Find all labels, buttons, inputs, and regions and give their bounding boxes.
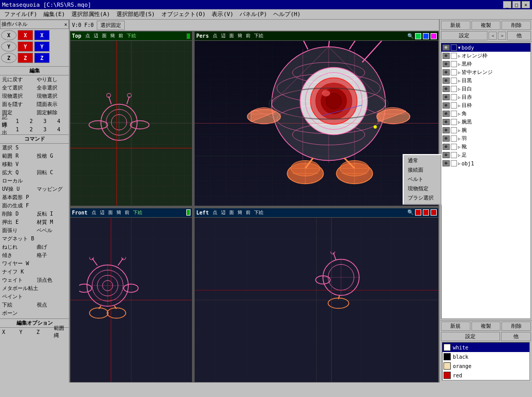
obj-item-leg[interactable]: 👁 ▷ 足 [441,151,530,159]
mat-settings-button[interactable]: 設定 [441,332,500,341]
vp-left-face[interactable]: 面 [228,209,235,216]
vp-left-color2[interactable] [423,209,429,216]
vp-left-color1[interactable] [415,209,421,216]
select-fixed-button[interactable]: 選択固定 [97,21,125,30]
duplicate-material-button[interactable]: 複製 [471,322,501,331]
vp-front-color[interactable] [186,209,190,216]
menu-select-attr[interactable]: 選択部属性(A) [68,9,113,19]
vp-top-front[interactable]: 前 [117,33,124,39]
duplicate-object-button[interactable]: 複製 [471,21,501,30]
recall-1[interactable]: 1 [14,125,28,133]
delete-object-button[interactable]: 削除 [501,21,531,30]
obj-check-orange-frame[interactable] [451,53,457,59]
obj-eye-eye-red[interactable]: 👁 [442,94,450,100]
obj-eye-mid-orange[interactable]: 👁 [442,69,450,75]
menu-object[interactable]: オブジェクト(O) [158,9,209,19]
viewport-left[interactable]: Left 点 辺 面 簡 前 下絵 🔍 [194,208,439,383]
obj-item-horn[interactable]: 👁 ▷ 角 [441,110,530,118]
obj-check-leg[interactable] [451,152,457,158]
new-material-button[interactable]: 新規 [441,322,470,331]
obj-item-eye-white[interactable]: 👁 ▷ 目白 [441,85,530,93]
obj-eye-black-frame[interactable]: 👁 [442,61,450,67]
vp-front-edge[interactable]: 辺 [99,209,106,216]
select-current2-button[interactable]: 現物選択 [35,92,69,100]
obj-item-shoe[interactable]: 👁 ▷ 靴 [441,143,530,151]
memory-1[interactable]: 1 [14,117,28,125]
vp-left-bg[interactable]: 下絵 [253,209,264,216]
z-axis-red-button[interactable]: Z [18,53,33,63]
ctx-belt[interactable]: ベルト [405,175,439,184]
y-axis-blue-button[interactable]: Y [34,41,50,52]
viewport-front-canvas[interactable] [70,218,192,383]
viewport-pers-canvas[interactable] [195,41,438,206]
vp-front-simple[interactable]: 簡 [115,209,122,216]
cmd-prim[interactable]: 基本図形 P [0,193,69,202]
obj-item-arm-black[interactable]: 👁 ▷ 腕黒 [441,118,530,126]
obj-item-eye-red[interactable]: 👁 ▷ 目赤 [441,93,530,101]
cmd-view[interactable]: 視点 [35,301,69,309]
obj-check-body[interactable] [451,44,457,51]
obj-eye-obj1[interactable]: 👁 [442,160,450,166]
deselect-all-button[interactable]: 全非選択 [35,84,69,92]
ctx-brush-select[interactable]: ブラシ選択 [405,193,439,203]
viewport-top-canvas[interactable] [70,41,192,206]
x-axis-blue-button[interactable]: X [34,30,50,40]
cmd-wire[interactable]: ワイヤー W [0,259,69,268]
cmd-grid[interactable]: 格子 [35,251,69,259]
cmd-knife[interactable]: ナイフ K [0,268,69,276]
viewport-front[interactable]: Front 点 辺 面 簡 前 下絵 [70,208,193,383]
menu-select-proc[interactable]: 選択部処理(S) [113,9,158,19]
cmd-face-gen[interactable]: 面の生成 F [0,202,69,210]
vp-pers-color3[interactable] [431,33,437,39]
cmd-move[interactable]: 移動 V [0,160,69,169]
cmd-bone[interactable]: ボーン [0,309,69,317]
x-axis-red-button[interactable]: X [18,30,33,40]
obj-item-eye-frame[interactable]: 👁 ▷ 目枠 [441,101,530,110]
cmd-delete[interactable]: 削除 D [0,210,35,218]
obj-check-eye-red[interactable] [451,94,457,100]
obj-item-arm[interactable]: 👁 ▷ 腕 [441,126,530,134]
cmd-vertcolor[interactable]: 頂点色 [35,276,69,284]
obj-eye-arm[interactable]: 👁 [442,127,450,133]
ctx-current-obj[interactable]: 現物指定 [405,184,439,193]
show-hidden-button[interactable]: 隠面表示 [35,100,69,109]
cmd-flip[interactable]: 反転 I [35,210,69,218]
cmd-paint[interactable]: ペイント [0,293,69,301]
z-opt-button[interactable]: Z [35,328,52,336]
close-button[interactable]: × [522,1,530,8]
menu-view[interactable]: 表示(V) [209,9,237,19]
menu-edit[interactable]: 編集(E) [40,9,68,19]
y-opt-button[interactable]: Y [17,328,34,336]
range-lasso-button[interactable]: 範囲縄 [52,328,69,336]
obj-check-horn[interactable] [451,111,457,117]
obj-check-shoe[interactable] [451,144,457,150]
vp-pers-point[interactable]: 点 [212,33,218,39]
y-axis-local-button[interactable]: Y [1,41,17,52]
viewport-left-canvas[interactable] [195,218,438,383]
obj-eye-arm-black[interactable]: 👁 [442,119,450,125]
obj-item-black-frame[interactable]: 👁 ▷ 黒枠 [441,60,530,68]
vp-left-edge[interactable]: 辺 [220,209,227,216]
obj-eye-horn[interactable]: 👁 [442,111,450,117]
vp-front-face[interactable]: 面 [107,209,114,216]
mat-item-red[interactable]: red [442,371,529,380]
obj-next-button[interactable]: ＞ [498,32,506,40]
obj-check-eye-black[interactable] [451,78,457,84]
vp-top-simple[interactable]: 簡 [109,33,116,39]
obj-item-eye-black[interactable]: 👁 ▷ 目黒 [441,77,530,85]
cmd-uv[interactable]: UV操 U [0,185,35,193]
cmd-scale[interactable]: 拡大 Q [0,169,35,177]
vp-pers-front[interactable]: 前 [245,33,252,39]
vp-top-color[interactable] [186,33,190,39]
minimize-button[interactable]: _ [503,1,511,8]
vp-pers-edge[interactable]: 辺 [220,33,227,39]
vp-front-front[interactable]: 前 [124,209,130,216]
undo-button[interactable]: 元に戻す [0,75,35,84]
cmd-range[interactable]: 範囲 R [0,152,35,160]
ctx-connect-face[interactable]: 接続面 [405,165,439,175]
obj-eye-eye-black[interactable]: 👁 [442,78,450,84]
window-controls[interactable]: _ □ × [503,1,530,8]
obj-check-wing[interactable] [451,135,457,142]
obj-check-arm-black[interactable] [451,119,457,125]
recall-2[interactable]: 2 [27,125,41,133]
